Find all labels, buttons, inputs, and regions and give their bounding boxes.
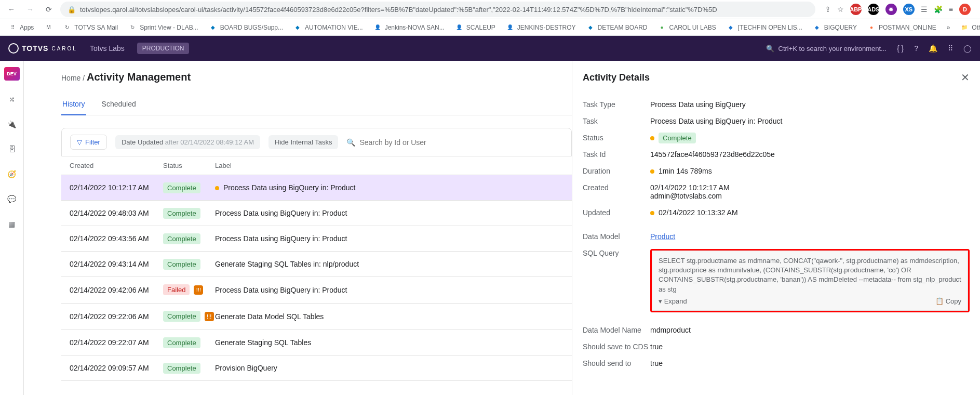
dev-badge-icon[interactable]: DEV [4, 67, 20, 81]
grid-icon[interactable]: ▦ [6, 218, 18, 230]
close-icon[interactable]: ✕ [961, 71, 970, 84]
app-header: TOTVS CAROL Totvs Labs PRODUCTION 🔍 Ctrl… [0, 36, 980, 61]
logo-circle-icon [8, 43, 19, 54]
expand-button[interactable]: ▾ Expand [659, 297, 687, 305]
bookmark-item[interactable]: ●CAROL UI LABS [654, 21, 720, 34]
address-bar[interactable]: 🔒 totvslopes.qarol.ai/totvslabslopes/car… [60, 2, 815, 17]
apps-shortcut[interactable]: ⠿Apps [4, 21, 38, 34]
sql-query-box[interactable]: SELECT stg.productname as mdmname, CONCA… [652, 251, 968, 311]
label-updated: Updated [583, 208, 650, 217]
ext-abp-icon[interactable]: ABP [850, 4, 862, 15]
bookmark-item[interactable]: ◆AUTOMATION VIE... [289, 21, 367, 34]
table-row[interactable]: 02/14/2022 09:42:06 AMFailed!!!Process D… [61, 277, 572, 304]
bookmark-item[interactable]: ↻Sprint View - DLAB... [124, 21, 203, 34]
apps-grid-icon[interactable]: ⠿ [948, 44, 953, 52]
col-status[interactable]: Status [163, 162, 215, 169]
profile-avatar-icon[interactable]: D [959, 4, 971, 15]
cell-label: Process Data using BigQuery in: Product [215, 209, 563, 217]
bell-icon[interactable]: 🔔 [929, 44, 937, 52]
cell-label: Provision BigQuery [215, 364, 563, 372]
filter-button[interactable]: ▽ Filter [70, 135, 107, 150]
value-task: Process Data using BigQuery in: Product [650, 117, 970, 125]
col-created[interactable]: Created [70, 162, 163, 169]
extensions-icon[interactable]: 🧩 [934, 5, 943, 14]
cell-label: Generate Data Model SQL Tables [215, 312, 563, 321]
env-badge: PRODUCTION [137, 43, 190, 54]
ext-ads-icon[interactable]: ADS [868, 4, 879, 15]
search-input[interactable] [359, 138, 463, 147]
sql-query-highlight: SELECT stg.productname as mdmname, CONCA… [650, 249, 970, 312]
cell-label: Process Data using BigQuery in: Product [215, 286, 563, 294]
cell-status: Complete [163, 209, 215, 217]
table-row[interactable]: 02/14/2022 09:22:07 AMCompleteGenerate S… [61, 330, 572, 356]
other-bookmarks[interactable]: 📁Other bookmark [956, 21, 980, 34]
browser-toolbar: ← → ⟳ 🔒 totvslopes.qarol.ai/totvslabslop… [0, 0, 980, 19]
cell-label: Generate Staging SQL Tables [215, 338, 563, 347]
bookmark-item[interactable]: ◆[TECHFIN OPEN LIS... [722, 21, 807, 34]
table-row[interactable]: 02/14/2022 09:22:06 AMComplete!!!Generat… [61, 304, 572, 330]
date-updated-chip[interactable]: Date Updated after 02/14/2022 08:49:12 A… [115, 135, 260, 149]
bookmark-item[interactable]: 👤SCALEUP [451, 21, 500, 34]
bookmark-item[interactable]: ↻TOTVS SA Mail [59, 21, 122, 34]
reload-button[interactable]: ⟳ [42, 2, 56, 17]
back-button[interactable]: ← [4, 2, 19, 17]
bookmark-item[interactable]: 👤Jenkins-NOVA SAN... [369, 21, 449, 34]
filter-ext-icon[interactable]: ≡ [949, 5, 953, 14]
cell-status: Complete [163, 260, 215, 268]
value-task-type: Process Data using BigQuery [650, 100, 970, 109]
data-model-link[interactable]: Product [650, 232, 675, 241]
bookmark-item[interactable]: M [40, 21, 57, 34]
table-body: 02/14/2022 10:12:17 AMCompleteProcess Da… [61, 175, 572, 381]
database-icon[interactable]: 🗄 [6, 143, 18, 155]
share-icon[interactable]: ⇪ [825, 5, 831, 14]
activity-details-panel: Activity Details ✕ Task TypeProcess Data… [572, 61, 980, 395]
table-row[interactable]: 02/14/2022 09:48:03 AMCompleteProcess Da… [61, 201, 572, 226]
compass-icon[interactable]: 🧭 [6, 168, 18, 180]
ext-more-icon[interactable]: ☰ [921, 5, 928, 14]
help-icon[interactable]: ? [914, 44, 918, 52]
table-row[interactable]: 02/14/2022 10:12:17 AMCompleteProcess Da… [61, 175, 572, 201]
tabs: History Scheduled [61, 96, 572, 115]
label-data-model-name: Data Model Name [583, 326, 650, 334]
org-name[interactable]: Totvs Labs [90, 44, 125, 52]
chat-icon[interactable]: 💬 [6, 193, 18, 205]
label-task-type: Task Type [583, 100, 650, 109]
dot-icon [215, 186, 219, 190]
table-row[interactable]: 02/14/2022 09:43:56 AMCompleteProcess Da… [61, 226, 572, 252]
table-row[interactable]: 02/14/2022 09:09:57 AMCompleteProvision … [61, 356, 572, 381]
cell-created: 02/14/2022 09:43:56 AM [70, 234, 163, 243]
profile-icon[interactable]: ◯ [963, 44, 972, 52]
cell-status: Complete [163, 234, 215, 243]
table-row[interactable]: 02/14/2022 09:43:14 AMCompleteGenerate S… [61, 252, 572, 277]
bookmarks-overflow[interactable]: » [943, 22, 955, 33]
shuffle-icon[interactable]: ⤮ [6, 93, 18, 106]
cell-status: Complete [163, 183, 215, 192]
forward-button[interactable]: → [23, 2, 37, 17]
cell-created: 02/14/2022 09:42:06 AM [70, 286, 163, 294]
star-icon[interactable]: ☆ [837, 5, 844, 14]
hide-internal-chip[interactable]: Hide Internal Tasks [269, 135, 338, 149]
search-icon: 🔍 [766, 45, 774, 52]
app-logo[interactable]: TOTVS CAROL [8, 43, 77, 54]
ext-purple-icon[interactable]: ✸ [885, 4, 897, 15]
bookmark-item[interactable]: ◆DETEAM BOARD [582, 21, 652, 34]
col-label[interactable]: Label [215, 162, 563, 169]
tab-history[interactable]: History [61, 96, 86, 115]
details-title: Activity Details [583, 72, 650, 83]
warning-icon: !!! [205, 312, 214, 321]
plug-icon[interactable]: 🔌 [6, 118, 18, 130]
bookmark-item[interactable]: ●POSTMAN_ONLINE [863, 21, 941, 34]
bookmark-item[interactable]: ◆BIGQUERY [809, 21, 861, 34]
page-title: Activity Management [87, 71, 191, 83]
bookmark-item[interactable]: 👤JENKINS-DESTROY [502, 21, 580, 34]
code-icon[interactable]: { } [897, 44, 904, 52]
status-dot-icon [650, 136, 654, 140]
ext-xs-icon[interactable]: XS [903, 4, 915, 15]
lock-icon: 🔒 [68, 6, 76, 14]
breadcrumb-home[interactable]: Home [61, 74, 80, 82]
copy-button[interactable]: 📋 Copy [935, 297, 961, 305]
brand-text: TOTVS [22, 44, 48, 52]
bookmark-item[interactable]: ◆BOARD BUGS/Supp... [205, 21, 287, 34]
environment-search[interactable]: 🔍 Ctrl+K to search your environment... [766, 45, 887, 52]
tab-scheduled[interactable]: Scheduled [101, 96, 137, 115]
